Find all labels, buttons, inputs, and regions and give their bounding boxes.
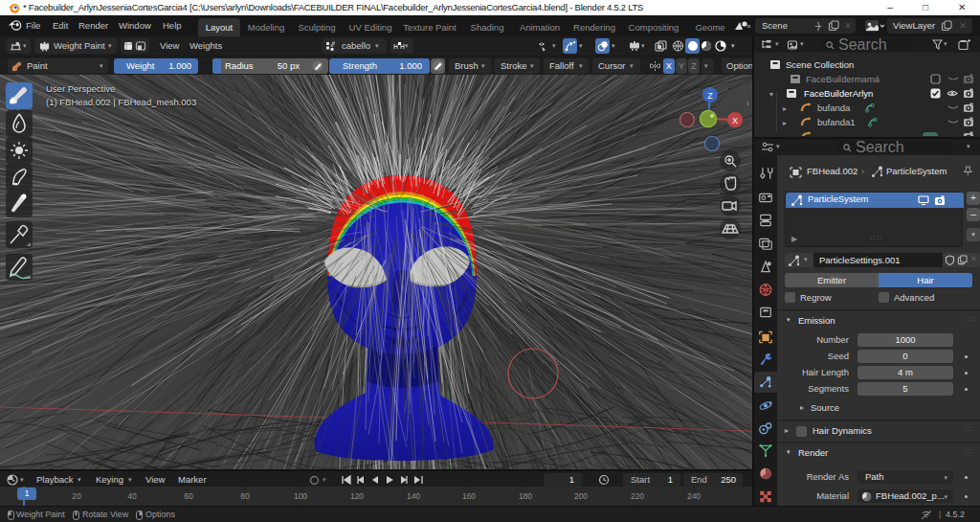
- svg-text:X: X: [732, 116, 738, 125]
- svg-text:Z: Z: [707, 91, 713, 101]
- svg-text:‹: ‹: [746, 99, 749, 108]
